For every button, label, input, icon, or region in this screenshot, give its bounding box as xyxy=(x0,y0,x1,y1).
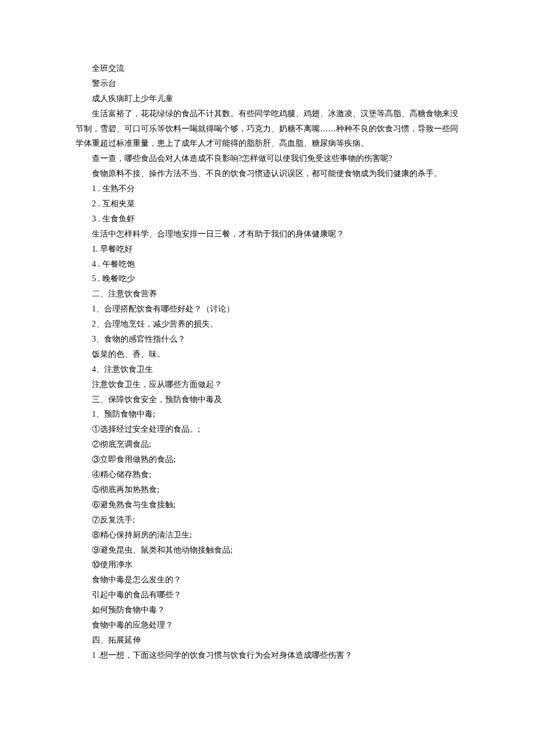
text-line: 全班交流 xyxy=(76,61,459,76)
text-line: 3 . 生食鱼虾 xyxy=(76,212,459,227)
text-line: 饭菜的色、香、味。 xyxy=(76,347,459,362)
text-line: ①选择经过安全处理的食品。; xyxy=(76,422,459,437)
text-line: 1、预防食物中毒; xyxy=(76,407,459,422)
text-line: 三、保障饮食安全，预防食物中毒及 xyxy=(76,392,459,407)
text-line: 成人疾病盯上少年儿童 xyxy=(76,91,459,106)
text-line: ④精心储存熟食; xyxy=(76,467,459,482)
text-line: 食物原料不接、操作方法不当、不良的饮食习惯迹认识误区，都可能使食物成为我们健康的… xyxy=(76,166,459,181)
document-body: 全班交流警示台成人疾病盯上少年儿童生活富裕了，花花绿绿的食品不计其数。有些同学吃… xyxy=(76,61,459,663)
text-line: ⑥避免熟食与生食接触; xyxy=(76,497,459,513)
text-line: 引起中毒的食品有哪些？ xyxy=(76,587,459,603)
text-line: ⑤彻底再加热熟食; xyxy=(76,482,459,497)
text-line: 1 .想一想，下面这些同学的饮食习惯与饮食行为会对身体造成哪些伤害？ xyxy=(76,648,459,663)
text-line: ⑧精心保持厨房的清洁卫生; xyxy=(76,528,459,543)
text-line: 2、合理地烹饪，减少营养的损失。 xyxy=(76,317,459,332)
text-line: ⑩使用净水 xyxy=(76,557,459,572)
text-line: ⑨避免昆虫、鼠类和其他动物接触食品; xyxy=(76,543,459,558)
text-line: 4 . 午餐吃饱 xyxy=(76,257,459,272)
text-line: 二、注意饮食营养 xyxy=(76,286,459,302)
text-line: 生活富裕了，花花绿绿的食品不计其数。有些同学吃鸡腿、鸡翅、冰激凌、汉堡等高脂、高… xyxy=(76,106,459,152)
text-line: 3、食物的感官性指什么？ xyxy=(76,332,459,347)
text-line: 5 . 晚餐吃少 xyxy=(76,271,459,286)
text-line: 食物中毒的应急处理？ xyxy=(76,618,459,633)
text-line: 如何预防食物中毒？ xyxy=(76,603,459,618)
text-line: 查一查，哪些食品会对人体造成不良影响?怎样做可以使我们免受这些事物的伤害呢? xyxy=(76,151,459,166)
text-line: 1、合理搭配饮食有哪些好处？（讨论） xyxy=(76,302,459,317)
text-line: 四、拓展延伸 xyxy=(76,633,459,648)
text-line: 4、注意饮食卫生 xyxy=(76,362,459,377)
text-line: 警示台 xyxy=(76,76,459,91)
text-line: 注意饮食卫生，应从哪些方面做起？ xyxy=(76,377,459,392)
text-line: ③立即食用做熟的食品; xyxy=(76,452,459,467)
text-line: 1. 早餐吃好 xyxy=(76,242,459,257)
text-line: 1 . 生熟不分 xyxy=(76,181,459,196)
text-line: ⑦反复洗手; xyxy=(76,513,459,528)
text-line: ②彻底烹调食品; xyxy=(76,437,459,452)
text-line: 2 . 互相夹菜 xyxy=(76,196,459,212)
text-line: 生活中怎样科学、合理地安排一日三餐，才有助于我们的身体健康呢？ xyxy=(76,227,459,242)
text-line: 食物中毒是怎么发生的？ xyxy=(76,572,459,587)
